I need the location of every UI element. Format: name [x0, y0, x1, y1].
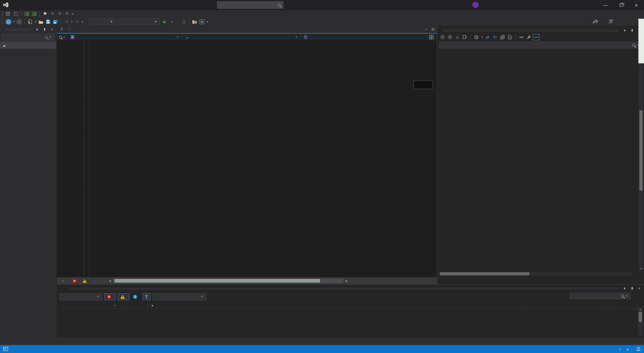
restore-button[interactable] [613, 0, 629, 10]
source-control-menu-icon[interactable]: ▲ [626, 348, 629, 351]
line-column-header[interactable] [602, 303, 615, 308]
toolbox-search-input[interactable]: ▾ [2, 34, 54, 40]
editor-error-count[interactable] [72, 279, 78, 283]
minimize-button[interactable]: — [598, 0, 613, 10]
previous-bookmark-icon[interactable]: ⚑ [49, 11, 56, 17]
error-list-title-bar: ▾ × [57, 285, 644, 292]
new-item-menu-icon[interactable]: ▾ [34, 20, 37, 23]
toolbox-group-general[interactable]: ◢ [0, 42, 56, 49]
split-window-icon[interactable] [428, 34, 435, 40]
suppression-column-header[interactable] [615, 303, 637, 308]
notification-badge[interactable] [472, 2, 479, 8]
switch-views-icon[interactable] [461, 34, 468, 40]
navigate-backward-icon[interactable]: ← [5, 18, 12, 25]
output-tab[interactable] [0, 338, 644, 345]
tree-vertical-scrollbar[interactable]: ▲ ▼ [639, 52, 643, 271]
warning-icon [120, 295, 125, 299]
pin-icon[interactable] [629, 286, 635, 291]
platform-select[interactable]: ▾ [118, 18, 160, 25]
sync-with-active-document-icon[interactable]: ⇄ [484, 34, 491, 40]
decrease-indent-icon[interactable] [23, 11, 30, 17]
build-intellisense-select[interactable]: ▾ [153, 293, 206, 300]
new-project-icon[interactable] [26, 18, 34, 25]
navbar-type-dropdown[interactable]: → ▾ [182, 34, 301, 40]
forward-icon[interactable]: → [447, 34, 453, 40]
pending-changes-filter-icon[interactable] [473, 34, 480, 40]
close-icon[interactable]: × [637, 286, 642, 291]
tree-horizontal-scrollbar[interactable] [439, 272, 632, 276]
pin-icon[interactable] [42, 27, 47, 32]
iis-express-icon[interactable] [198, 18, 205, 25]
save-all-icon[interactable] [52, 18, 59, 25]
bell-icon[interactable] [636, 347, 641, 351]
scope-select[interactable]: ▾ [59, 293, 102, 300]
navigate-forward-icon[interactable]: → [15, 18, 23, 25]
error-list-search-input[interactable]: ▾ [570, 293, 631, 299]
close-button[interactable]: × [629, 0, 644, 10]
chevron-down-icon[interactable]: ▾ [622, 286, 627, 291]
error-list-scrollbar[interactable]: ▲ [638, 307, 643, 336]
global-search-input[interactable] [217, 1, 283, 9]
description-column-header[interactable]: ▲ [148, 303, 525, 308]
save-icon[interactable] [44, 18, 52, 25]
next-issue-icon[interactable]: → [100, 278, 107, 284]
find-in-files-icon[interactable] [191, 18, 198, 25]
increase-indent-icon[interactable] [30, 11, 38, 17]
properties-icon[interactable] [525, 34, 532, 40]
filter-icon[interactable] [143, 293, 151, 300]
chevron-down-icon[interactable]: ▾ [622, 28, 627, 33]
minimap[interactable] [414, 40, 433, 277]
hot-reload-icon[interactable] [180, 18, 187, 25]
refresh-icon[interactable]: ↻ [492, 34, 498, 40]
close-icon[interactable]: × [49, 27, 54, 32]
collapse-all-icon[interactable] [499, 34, 506, 40]
navigate-backward-menu-icon[interactable]: ▾ [12, 20, 15, 23]
clear-bookmarks-icon[interactable]: ⚑ [63, 11, 71, 17]
preview-selected-items-icon[interactable]: — [533, 34, 539, 40]
minimap-slider[interactable] [414, 80, 433, 89]
warnings-filter-button[interactable] [118, 293, 129, 300]
configuration-select[interactable]: ▾ [89, 18, 116, 25]
user-account-icon[interactable] [608, 19, 613, 24]
navbar-search-icon[interactable]: ▾ [57, 35, 68, 39]
redo-icon[interactable]: ↻ [73, 18, 81, 25]
prev-issue-icon[interactable]: ← [91, 278, 99, 284]
zoom-select[interactable]: ▾ [59, 279, 64, 283]
toolbar-overflow-icon[interactable]: ▾ [71, 12, 74, 16]
navbar-member-dropdown[interactable] [301, 34, 428, 40]
messages-filter-button[interactable] [131, 295, 141, 299]
solution-search-input[interactable]: ▾ [439, 42, 642, 48]
tab-overflow-icon[interactable]: ▾ [422, 26, 430, 33]
editor-horizontal-scrollbar[interactable] [113, 279, 343, 283]
toggle-bookmark-icon[interactable]: ⚑ [41, 11, 49, 17]
code-editor[interactable] [57, 40, 437, 277]
close-tab-icon[interactable]: × [65, 26, 73, 32]
view-code-icon[interactable]: <> [518, 34, 525, 40]
editor-warning-count[interactable] [83, 279, 88, 283]
error-list-rows [57, 309, 644, 335]
chevron-down-icon[interactable]: ▾ [34, 27, 40, 32]
undo-icon[interactable]: ↺ [63, 18, 70, 25]
redo-menu-icon[interactable]: ▾ [81, 20, 84, 23]
home-icon[interactable]: ⌂ [454, 34, 461, 40]
severity-column-header[interactable]: ▴ [113, 303, 122, 308]
background-tasks-icon[interactable] [3, 347, 8, 351]
toolbar-options-icon[interactable]: ▾ [205, 20, 209, 23]
show-all-files-icon[interactable] [506, 34, 513, 40]
navbar-project-dropdown[interactable]: ▾ [68, 34, 182, 40]
start-debugging-button[interactable]: ▶ ▾ [161, 20, 176, 24]
comment-selection-icon[interactable] [12, 11, 19, 17]
toggle-outlining-icon[interactable] [5, 11, 12, 17]
filter-menu-icon[interactable]: ▾ [480, 35, 484, 39]
project-column-header[interactable] [525, 303, 560, 308]
pin-icon[interactable] [629, 28, 635, 33]
back-icon[interactable]: ← [439, 34, 446, 40]
undo-menu-icon[interactable]: ▾ [70, 20, 73, 23]
errors-filter-button[interactable] [104, 293, 116, 300]
next-bookmark-icon[interactable]: ⚑ [56, 11, 63, 17]
pin-tab-icon[interactable] [58, 26, 65, 32]
document-list-icon[interactable] [430, 26, 437, 33]
code-column-header[interactable] [122, 303, 148, 308]
file-column-header[interactable] [560, 303, 602, 308]
open-file-icon[interactable] [37, 18, 44, 25]
